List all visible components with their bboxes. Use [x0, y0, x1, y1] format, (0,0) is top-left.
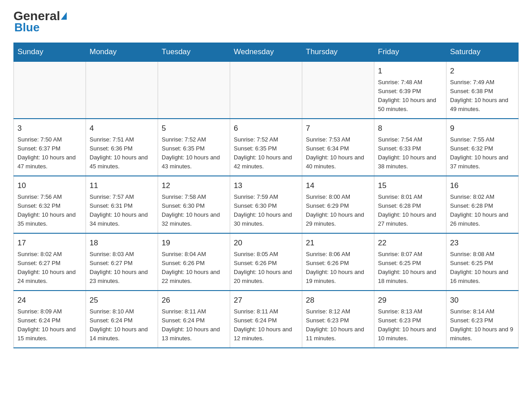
- day-info: Sunrise: 8:12 AMSunset: 6:23 PMDaylight:…: [306, 307, 370, 343]
- day-info: Sunrise: 8:11 AMSunset: 6:24 PMDaylight:…: [162, 307, 226, 343]
- day-number: 24: [17, 295, 82, 306]
- calendar-cell: 10Sunrise: 7:56 AMSunset: 6:32 PMDayligh…: [14, 176, 86, 233]
- day-number: 18: [90, 237, 154, 249]
- day-number: 6: [234, 123, 298, 134]
- day-number: 13: [234, 180, 298, 192]
- calendar-cell: 29Sunrise: 8:13 AMSunset: 6:23 PMDayligh…: [374, 291, 446, 348]
- day-number: 23: [450, 237, 515, 249]
- day-info: Sunrise: 7:49 AMSunset: 6:38 PMDaylight:…: [450, 78, 515, 114]
- day-info: Sunrise: 8:09 AMSunset: 6:24 PMDaylight:…: [17, 307, 82, 343]
- calendar-cell: 24Sunrise: 8:09 AMSunset: 6:24 PMDayligh…: [14, 291, 86, 348]
- day-info: Sunrise: 7:57 AMSunset: 6:31 PMDaylight:…: [90, 193, 154, 229]
- calendar-week-row: 3Sunrise: 7:50 AMSunset: 6:37 PMDaylight…: [14, 119, 519, 176]
- day-info: Sunrise: 8:05 AMSunset: 6:26 PMDaylight:…: [234, 250, 298, 286]
- calendar-cell: 6Sunrise: 7:52 AMSunset: 6:35 PMDaylight…: [230, 119, 302, 176]
- day-info: Sunrise: 7:55 AMSunset: 6:32 PMDaylight:…: [450, 135, 515, 171]
- day-number: 5: [162, 123, 226, 134]
- calendar-cell: [230, 61, 302, 119]
- day-info: Sunrise: 8:02 AMSunset: 6:28 PMDaylight:…: [450, 193, 515, 229]
- calendar-cell: 9Sunrise: 7:55 AMSunset: 6:32 PMDaylight…: [446, 119, 519, 176]
- logo-blue-text: Blue: [13, 21, 39, 34]
- day-header-saturday: Saturday: [446, 43, 519, 62]
- day-header-tuesday: Tuesday: [158, 43, 230, 62]
- day-number: 19: [162, 237, 226, 249]
- day-info: Sunrise: 8:11 AMSunset: 6:24 PMDaylight:…: [234, 307, 298, 343]
- day-number: 14: [306, 180, 370, 192]
- day-info: Sunrise: 8:10 AMSunset: 6:24 PMDaylight:…: [90, 307, 154, 343]
- calendar-header-row: SundayMondayTuesdayWednesdayThursdayFrid…: [14, 43, 519, 62]
- day-number: 1: [378, 65, 442, 77]
- day-header-sunday: Sunday: [14, 43, 86, 62]
- day-number: 10: [17, 180, 82, 192]
- day-info: Sunrise: 8:01 AMSunset: 6:28 PMDaylight:…: [378, 193, 442, 229]
- day-number: 16: [450, 180, 515, 192]
- calendar-cell: 30Sunrise: 8:14 AMSunset: 6:23 PMDayligh…: [446, 291, 519, 348]
- day-number: 20: [234, 237, 298, 249]
- calendar-week-row: 17Sunrise: 8:02 AMSunset: 6:27 PMDayligh…: [14, 233, 519, 291]
- day-header-monday: Monday: [86, 43, 158, 62]
- calendar-cell: [158, 61, 230, 119]
- calendar-cell: 20Sunrise: 8:05 AMSunset: 6:26 PMDayligh…: [230, 233, 302, 291]
- day-number: 28: [306, 295, 370, 306]
- day-info: Sunrise: 7:56 AMSunset: 6:32 PMDaylight:…: [17, 193, 82, 229]
- day-info: Sunrise: 8:04 AMSunset: 6:26 PMDaylight:…: [162, 250, 226, 286]
- day-number: 2: [450, 65, 515, 77]
- calendar-cell: 4Sunrise: 7:51 AMSunset: 6:36 PMDaylight…: [86, 119, 158, 176]
- day-info: Sunrise: 8:00 AMSunset: 6:29 PMDaylight:…: [306, 193, 370, 229]
- day-number: 17: [17, 237, 82, 249]
- calendar-cell: [86, 61, 158, 119]
- calendar-cell: 21Sunrise: 8:06 AMSunset: 6:26 PMDayligh…: [302, 233, 374, 291]
- calendar-cell: 8Sunrise: 7:54 AMSunset: 6:33 PMDaylight…: [374, 119, 446, 176]
- day-info: Sunrise: 8:02 AMSunset: 6:27 PMDaylight:…: [17, 250, 82, 286]
- day-header-thursday: Thursday: [302, 43, 374, 62]
- day-number: 11: [90, 180, 154, 192]
- day-number: 22: [378, 237, 442, 249]
- calendar-cell: 17Sunrise: 8:02 AMSunset: 6:27 PMDayligh…: [14, 233, 86, 291]
- day-number: 25: [90, 295, 154, 306]
- calendar-week-row: 10Sunrise: 7:56 AMSunset: 6:32 PMDayligh…: [14, 176, 519, 233]
- calendar-cell: 1Sunrise: 7:48 AMSunset: 6:39 PMDaylight…: [374, 61, 446, 119]
- day-info: Sunrise: 7:52 AMSunset: 6:35 PMDaylight:…: [162, 135, 226, 171]
- day-info: Sunrise: 8:07 AMSunset: 6:25 PMDaylight:…: [378, 250, 442, 286]
- page-header: General Blue: [13, 9, 519, 34]
- calendar-cell: [14, 61, 86, 119]
- day-info: Sunrise: 7:58 AMSunset: 6:30 PMDaylight:…: [162, 193, 226, 229]
- day-number: 9: [450, 123, 515, 134]
- day-number: 26: [162, 295, 226, 306]
- calendar-cell: 28Sunrise: 8:12 AMSunset: 6:23 PMDayligh…: [302, 291, 374, 348]
- day-number: 30: [450, 295, 515, 306]
- day-number: 29: [378, 295, 442, 306]
- calendar-cell: 15Sunrise: 8:01 AMSunset: 6:28 PMDayligh…: [374, 176, 446, 233]
- calendar-week-row: 1Sunrise: 7:48 AMSunset: 6:39 PMDaylight…: [14, 61, 519, 119]
- calendar-cell: 19Sunrise: 8:04 AMSunset: 6:26 PMDayligh…: [158, 233, 230, 291]
- day-number: 15: [378, 180, 442, 192]
- calendar-cell: 5Sunrise: 7:52 AMSunset: 6:35 PMDaylight…: [158, 119, 230, 176]
- day-info: Sunrise: 7:48 AMSunset: 6:39 PMDaylight:…: [378, 78, 442, 114]
- calendar-cell: 12Sunrise: 7:58 AMSunset: 6:30 PMDayligh…: [158, 176, 230, 233]
- calendar-cell: 26Sunrise: 8:11 AMSunset: 6:24 PMDayligh…: [158, 291, 230, 348]
- calendar-cell: 7Sunrise: 7:53 AMSunset: 6:34 PMDaylight…: [302, 119, 374, 176]
- calendar-cell: [302, 61, 374, 119]
- calendar-cell: 22Sunrise: 8:07 AMSunset: 6:25 PMDayligh…: [374, 233, 446, 291]
- day-number: 4: [90, 123, 154, 134]
- calendar-week-row: 24Sunrise: 8:09 AMSunset: 6:24 PMDayligh…: [14, 291, 519, 348]
- logo-triangle-icon: [61, 12, 67, 20]
- logo: General Blue: [13, 9, 67, 34]
- calendar-cell: 14Sunrise: 8:00 AMSunset: 6:29 PMDayligh…: [302, 176, 374, 233]
- day-info: Sunrise: 8:08 AMSunset: 6:25 PMDaylight:…: [450, 250, 515, 286]
- day-info: Sunrise: 8:06 AMSunset: 6:26 PMDaylight:…: [306, 250, 370, 286]
- calendar-cell: 25Sunrise: 8:10 AMSunset: 6:24 PMDayligh…: [86, 291, 158, 348]
- day-info: Sunrise: 7:53 AMSunset: 6:34 PMDaylight:…: [306, 135, 370, 171]
- day-number: 27: [234, 295, 298, 306]
- day-header-wednesday: Wednesday: [230, 43, 302, 62]
- day-number: 21: [306, 237, 370, 249]
- calendar-cell: 11Sunrise: 7:57 AMSunset: 6:31 PMDayligh…: [86, 176, 158, 233]
- calendar-table: SundayMondayTuesdayWednesdayThursdayFrid…: [13, 43, 519, 348]
- day-header-friday: Friday: [374, 43, 446, 62]
- day-info: Sunrise: 8:14 AMSunset: 6:23 PMDaylight:…: [450, 307, 515, 343]
- calendar-cell: 16Sunrise: 8:02 AMSunset: 6:28 PMDayligh…: [446, 176, 519, 233]
- day-number: 3: [17, 123, 82, 134]
- day-info: Sunrise: 7:52 AMSunset: 6:35 PMDaylight:…: [234, 135, 298, 171]
- day-info: Sunrise: 7:54 AMSunset: 6:33 PMDaylight:…: [378, 135, 442, 171]
- calendar-cell: 13Sunrise: 7:59 AMSunset: 6:30 PMDayligh…: [230, 176, 302, 233]
